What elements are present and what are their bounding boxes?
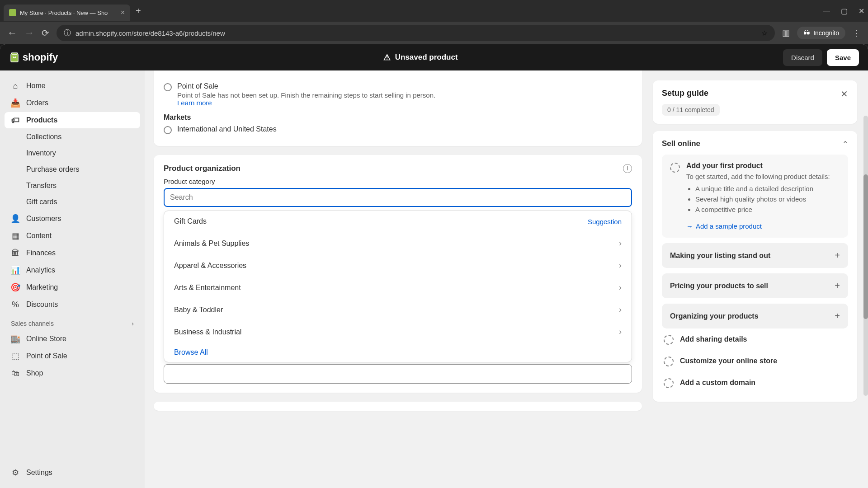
- app-header: shopify ⚠ Unsaved product Discard Save: [0, 44, 868, 70]
- scrollbar-track[interactable]: [863, 116, 868, 396]
- nav-label: Collections: [26, 133, 61, 141]
- dd-business[interactable]: Business & Industrial›: [164, 321, 632, 343]
- chevron-right-icon: ›: [619, 327, 622, 337]
- tab-title: My Store · Products · New — Sho: [20, 9, 117, 16]
- nav-analytics[interactable]: 📊Analytics: [5, 262, 140, 278]
- nav-label: Home: [26, 82, 46, 90]
- sell-online-section: Sell online ⌃ Add your first product To …: [653, 131, 857, 402]
- nav-label: Finances: [26, 249, 56, 257]
- chevron-right-icon: ›: [132, 320, 134, 327]
- nav-shop[interactable]: 🛍Shop: [5, 365, 140, 381]
- info-icon[interactable]: i: [623, 164, 632, 173]
- shop-icon: 🛍: [11, 369, 20, 378]
- nav-content[interactable]: ▦Content: [5, 228, 140, 244]
- close-tab-icon[interactable]: ×: [121, 9, 125, 17]
- learn-more-link[interactable]: Learn more: [177, 99, 212, 107]
- nav-settings[interactable]: ⚙Settings: [5, 465, 140, 481]
- unsaved-banner: Unsaved product: [395, 53, 458, 62]
- customize-task[interactable]: Customize your online store: [662, 350, 848, 372]
- menu-icon[interactable]: ⋮: [853, 28, 861, 38]
- nav-online-store[interactable]: 🏬Online Store: [5, 331, 140, 347]
- scrollbar-thumb[interactable]: [863, 174, 868, 319]
- extensions-icon[interactable]: ▥: [782, 28, 790, 38]
- bullet-item: Several high quality photos or videos: [695, 195, 840, 203]
- site-info-icon[interactable]: ⓘ: [64, 28, 71, 38]
- domain-task[interactable]: Add a custom domain: [662, 372, 848, 394]
- new-tab-button[interactable]: +: [136, 6, 141, 16]
- nav-marketing[interactable]: 🎯Marketing: [5, 279, 140, 296]
- markets-value: International and United States: [177, 125, 277, 133]
- sell-online-toggle[interactable]: Sell online ⌃: [662, 139, 848, 148]
- active-tab[interactable]: My Store · Products · New — Sho ×: [4, 5, 130, 21]
- nav-products[interactable]: 🏷Products: [5, 112, 140, 128]
- dd-gift-cards[interactable]: Gift Cards Suggestion: [164, 211, 632, 232]
- nav-orders[interactable]: 📥Orders: [5, 95, 140, 111]
- link-text: Add a sample product: [696, 222, 762, 230]
- dd-label: Animals & Pet Supplies: [174, 239, 249, 248]
- close-icon[interactable]: ✕: [840, 89, 848, 99]
- nav-collections[interactable]: Collections: [5, 129, 140, 145]
- dd-arts[interactable]: Arts & Entertainment›: [164, 277, 632, 299]
- bookmark-icon[interactable]: ☆: [761, 29, 768, 38]
- browse-all-link[interactable]: Browse All: [164, 343, 632, 362]
- chevron-right-icon: ›: [619, 239, 622, 248]
- nav-finances[interactable]: 🏛Finances: [5, 245, 140, 261]
- nav-label: Purchase orders: [26, 165, 79, 174]
- bullet-item: A unique title and a detailed descriptio…: [695, 185, 840, 192]
- nav-purchase-orders[interactable]: Purchase orders: [5, 162, 140, 177]
- nav-home[interactable]: ⌂Home: [5, 78, 140, 94]
- section-row-title: Sell online: [662, 139, 700, 148]
- nav-inventory[interactable]: Inventory: [5, 145, 140, 161]
- dd-animals[interactable]: Animals & Pet Supplies›: [164, 232, 632, 254]
- sales-channels-header[interactable]: Sales channels›: [5, 314, 140, 330]
- nav-pos[interactable]: ⬚Point of Sale: [5, 348, 140, 364]
- address-bar[interactable]: ⓘ admin.shopify.com/store/de8143-a6/prod…: [57, 25, 775, 41]
- tags-input[interactable]: [164, 364, 632, 384]
- discounts-icon: %: [11, 300, 20, 309]
- nav-discounts[interactable]: %Discounts: [5, 296, 140, 313]
- add-product-task: Add your first product To get started, a…: [662, 155, 848, 238]
- browser-url-bar: ← → ⟳ ⓘ admin.shopify.com/store/de8143-a…: [0, 22, 868, 44]
- save-button[interactable]: Save: [827, 49, 859, 66]
- nav-transfers[interactable]: Transfers: [5, 178, 140, 193]
- listing-task[interactable]: Making your listing stand out +: [662, 243, 848, 268]
- discard-button[interactable]: Discard: [783, 49, 822, 66]
- back-button[interactable]: ←: [7, 27, 17, 39]
- category-search-input[interactable]: [164, 188, 632, 207]
- maximize-icon[interactable]: ▢: [841, 7, 848, 15]
- organizing-task[interactable]: Organizing your products +: [662, 304, 848, 328]
- add-sample-link[interactable]: → Add a sample product: [686, 222, 762, 230]
- mini-title: Pricing your products to sell: [670, 282, 768, 290]
- nav-label: Discounts: [26, 300, 58, 309]
- setup-guide-card: Setup guide ✕ 0 / 11 completed: [653, 80, 857, 124]
- nav-gift-cards[interactable]: Gift cards: [5, 194, 140, 210]
- setup-title: Setup guide: [662, 89, 708, 98]
- nav-customers[interactable]: 👤Customers: [5, 211, 140, 227]
- shopify-logo[interactable]: shopify: [9, 52, 58, 63]
- dd-baby[interactable]: Baby & Toddler›: [164, 299, 632, 321]
- forward-button[interactable]: →: [24, 27, 34, 39]
- chevron-right-icon: ›: [619, 305, 622, 314]
- sharing-task[interactable]: Add sharing details: [662, 328, 848, 350]
- dd-apparel[interactable]: Apparel & Accessories›: [164, 254, 632, 277]
- mini-title: Organizing your products: [670, 312, 759, 320]
- close-window-icon[interactable]: ✕: [859, 7, 864, 15]
- pricing-task[interactable]: Pricing your products to sell +: [662, 273, 848, 298]
- category-dropdown: Gift Cards Suggestion Animals & Pet Supp…: [164, 211, 632, 362]
- markets-checkbox[interactable]: [164, 126, 172, 134]
- pos-help-text: Point of Sale has not been set up. Finis…: [177, 91, 435, 99]
- task-status-icon: [664, 335, 674, 345]
- pos-icon: ⬚: [11, 352, 20, 361]
- minimize-icon[interactable]: —: [823, 7, 830, 15]
- marketing-icon: 🎯: [11, 283, 20, 292]
- pos-checkbox[interactable]: [164, 83, 172, 91]
- mini-title: Making your listing stand out: [670, 252, 770, 260]
- reload-button[interactable]: ⟳: [42, 28, 49, 38]
- nav-label: Analytics: [26, 266, 55, 274]
- nav-label: Gift cards: [26, 198, 57, 206]
- task-title: Add a custom domain: [680, 379, 755, 387]
- bullet-item: A competitive price: [695, 206, 840, 213]
- browser-tab-bar: My Store · Products · New — Sho × + — ▢ …: [0, 0, 868, 22]
- next-card-peek: [154, 402, 642, 411]
- incognito-icon: 🕶: [803, 29, 810, 37]
